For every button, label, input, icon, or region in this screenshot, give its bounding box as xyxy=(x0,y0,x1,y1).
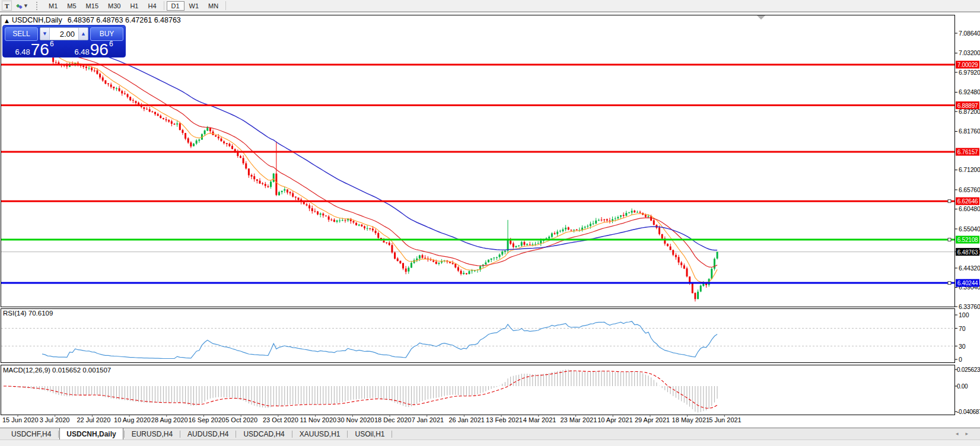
price-axis-badge: 6.40244 xyxy=(957,280,978,286)
x-axis-label: 18 Dec 2020 xyxy=(374,416,411,423)
trading-terminal-window: T ◆ ◆ ▼ M1M5M15M30H1H4D1W1MN ▲USDCNH,Dai… xyxy=(0,0,980,446)
x-axis-label: 5 Oct 2020 xyxy=(225,416,257,423)
chart-tab-usdcad[interactable]: USDCAD,H4 xyxy=(237,429,291,440)
x-axis-label: 29 Apr 2021 xyxy=(635,416,670,423)
rsi-axis-label: 70 xyxy=(959,325,966,332)
x-axis-label: 16 Sep 2020 xyxy=(189,416,225,423)
moving-averages xyxy=(4,37,717,283)
macd-histogram xyxy=(4,369,717,412)
rsi-line xyxy=(42,321,717,359)
buy-button[interactable]: BUY xyxy=(90,27,123,41)
price-axis-label: 6.92480 xyxy=(959,88,980,95)
collapse-trade-panel-icon[interactable]: ▲ xyxy=(5,18,9,24)
x-axis-label: 11 Nov 2020 xyxy=(300,416,337,423)
macd-axis-label: 0.025623 xyxy=(957,367,980,373)
rsi-axis-label: 0 xyxy=(959,356,962,363)
sell-price-digits: 76 xyxy=(31,43,49,57)
chart-tab-usdcnh[interactable]: USDCNH,Daily xyxy=(59,428,123,440)
x-axis-label: 30 Nov 2020 xyxy=(337,416,374,423)
tab-separator xyxy=(236,431,236,438)
macd-signal-line xyxy=(4,371,717,408)
chart-tab-eurusd[interactable]: EURUSD,H4 xyxy=(125,429,179,440)
tab-separator xyxy=(392,431,392,438)
price-axis-label: 6.65760 xyxy=(959,186,980,193)
x-axis-label: 15 Jun 2020 xyxy=(2,416,39,423)
price-axis-badge: 6.88897 xyxy=(957,103,978,109)
price-axis-badge: 6.62646 xyxy=(957,198,978,205)
chart-symbol-title: USDCNH,Daily xyxy=(12,16,62,24)
price-axis-label: 6.55040 xyxy=(959,225,980,232)
macd-indicator-label: MACD(12,26,9) 0.015652 0.001507 xyxy=(3,367,111,374)
x-axis-label: 13 Feb 2021 xyxy=(486,416,523,423)
chart-shift-marker-icon[interactable] xyxy=(757,15,765,20)
price-axis-badge: 7.00029 xyxy=(957,62,978,68)
ohlc-values: 6.48367 6.48763 6.47261 6.48763 xyxy=(68,16,181,24)
x-axis-label: 23 Oct 2020 xyxy=(263,416,298,423)
macd-axis-label: -0.040687 xyxy=(957,409,980,415)
scroll-left-icon[interactable]: ◂ xyxy=(956,431,966,437)
line-drag-handle[interactable] xyxy=(948,238,951,241)
tab-scroll-arrows: ◂▸ xyxy=(956,431,975,437)
x-axis-label: 22 Jul 2020 xyxy=(77,416,110,423)
price-axis-label: 6.44320 xyxy=(959,265,980,272)
buy-price-digits: 96 xyxy=(90,43,109,57)
scroll-right-icon[interactable]: ▸ xyxy=(965,431,975,437)
buy-price-pipette: 6 xyxy=(109,40,113,48)
price-axis-label: 6.81760 xyxy=(959,128,980,135)
sell-price[interactable]: 6.48 76 6 xyxy=(5,41,64,57)
price-axis-label: 6.71200 xyxy=(959,166,980,173)
line-drag-handle[interactable] xyxy=(948,200,951,203)
tab-separator xyxy=(292,431,292,438)
volume-decrease-icon[interactable]: ▼ xyxy=(40,28,50,40)
x-axis-label: 10 Aug 2020 xyxy=(114,416,151,423)
tab-separator xyxy=(58,431,59,438)
tab-separator xyxy=(347,431,348,438)
line-drag-handle[interactable] xyxy=(948,282,951,285)
rsi-axis-label: 30 xyxy=(959,343,966,350)
x-axis-label: 7 Jan 2021 xyxy=(412,416,444,423)
x-axis-label: 4 Mar 2021 xyxy=(523,416,556,423)
status-bar xyxy=(0,439,980,446)
one-click-trade-panel: SELL ▼ 2.00 ▲ BUY 6.48 76 6 6.48 96 6 xyxy=(2,25,126,58)
chart-header: ▲USDCNH,Daily6.48367 6.48763 6.47261 6.4… xyxy=(5,16,181,24)
buy-price-prefix: 6.48 xyxy=(74,48,89,56)
rsi-axis-label: 100 xyxy=(959,311,969,318)
tab-separator xyxy=(124,431,125,438)
price-axis-label: 6.60480 xyxy=(959,205,980,212)
price-axis-label: 6.97920 xyxy=(959,69,980,76)
chart-tab-usoil[interactable]: USOil,H1 xyxy=(348,429,391,440)
x-axis-label: 23 Mar 2021 xyxy=(561,416,597,423)
chart-tab-xauusd[interactable]: XAUUSD,H1 xyxy=(293,429,347,440)
chart-canvas[interactable]: 7.086407.032006.979206.924806.872006.817… xyxy=(0,0,980,428)
x-axis-label: 28 Aug 2020 xyxy=(151,416,188,423)
price-axis-badge: 6.52108 xyxy=(957,237,978,243)
price-axis-badge: 6.48763 xyxy=(957,249,978,256)
chart-tab-usdchf[interactable]: USDCHF,H4 xyxy=(5,429,58,440)
chart-tab-audusd[interactable]: AUDUSD,H4 xyxy=(181,429,235,440)
x-axis-label: 3 Jul 2020 xyxy=(40,416,70,423)
x-axis-label: 18 May 2021 xyxy=(672,416,710,423)
sell-price-prefix: 6.48 xyxy=(15,48,30,56)
candlestick-series xyxy=(3,36,718,302)
price-axis-label: 7.08640 xyxy=(959,30,980,37)
sell-price-pipette: 6 xyxy=(50,40,54,48)
sell-button[interactable]: SELL xyxy=(5,27,38,41)
chart-tab-bar: USDCHF,H4USDCNH,DailyEURUSD,H4AUDUSD,H4U… xyxy=(0,428,980,440)
price-axis-badge: 6.76157 xyxy=(957,149,978,155)
tab-separator xyxy=(180,431,180,438)
volume-stepper[interactable]: ▼ 2.00 ▲ xyxy=(40,27,88,40)
price-axis-label: 6.33760 xyxy=(959,303,980,310)
volume-increase-icon[interactable]: ▲ xyxy=(78,28,88,40)
buy-price[interactable]: 6.48 96 6 xyxy=(64,41,123,57)
price-axis-label: 7.03200 xyxy=(959,49,980,56)
x-axis-label: 10 Apr 2021 xyxy=(597,416,632,423)
volume-input[interactable]: 2.00 xyxy=(50,30,78,39)
rsi-indicator-label: RSI(14) 70.6109 xyxy=(3,310,53,317)
macd-axis-label: 0.00 xyxy=(957,383,968,390)
x-axis-label: 26 Jan 2021 xyxy=(448,416,485,423)
x-axis-label: 5 Jun 2021 xyxy=(709,416,741,423)
